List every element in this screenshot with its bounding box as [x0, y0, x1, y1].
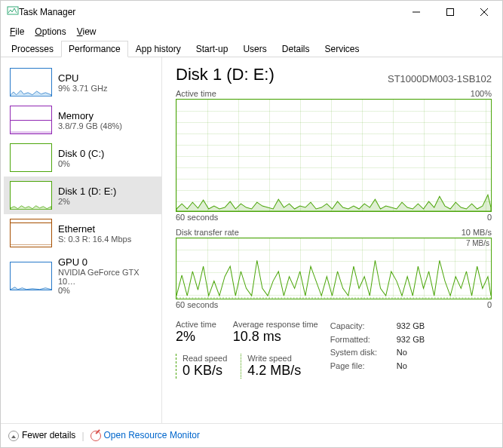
- sidebar-item-ethernet[interactable]: EthernetS: 0.3 R: 16.4 Mbps: [4, 214, 161, 252]
- menu-options[interactable]: Options: [30, 25, 70, 38]
- sidebar-item-label: GPU 0: [58, 256, 158, 268]
- ethernet-thumb-icon: [10, 219, 52, 247]
- menu-view[interactable]: View: [72, 25, 101, 38]
- stat-avg-response: Average response time 10.8 ms: [233, 320, 318, 345]
- sidebar-item-sub: S: 0.3 R: 16.4 Mbps: [58, 235, 131, 244]
- disk-thumb-icon: [10, 143, 52, 172]
- tab-details[interactable]: Details: [275, 41, 317, 57]
- sidebar-item-cpu[interactable]: CPU9% 3.71 GHz: [4, 63, 161, 101]
- sidebar-item-disk1[interactable]: Disk 1 (D: E:)2%: [4, 176, 161, 214]
- transfer-rate-chart: 7 MB/s: [176, 238, 492, 299]
- sidebar-item-label: Disk 0 (C:): [58, 148, 104, 159]
- open-resource-monitor-link[interactable]: Open Resource Monitor: [90, 430, 200, 441]
- sidebar-item-sub2: 0%: [58, 286, 158, 295]
- stat-active-time: Active time 2%: [176, 320, 216, 345]
- app-icon: [7, 5, 19, 20]
- sidebar-item-disk0[interactable]: Disk 0 (C:)0%: [4, 139, 161, 176]
- sidebar-item-sub: 0%: [58, 159, 104, 168]
- chart1-xleft: 60 seconds: [176, 213, 218, 222]
- tab-processes[interactable]: Processes: [4, 41, 61, 57]
- tab-performance[interactable]: Performance: [61, 41, 128, 57]
- sidebar-item-sub: 3.8/7.9 GB (48%): [58, 121, 122, 130]
- chart2-xleft: 60 seconds: [176, 300, 218, 309]
- svg-rect-1: [446, 9, 453, 16]
- memory-thumb-icon: [10, 106, 52, 134]
- disk-thumb-icon: [10, 181, 52, 210]
- sidebar-item-label: Ethernet: [58, 223, 131, 235]
- tab-startup[interactable]: Start-up: [189, 41, 236, 57]
- sidebar-item-label: Disk 1 (D: E:): [58, 186, 116, 197]
- maximize-button[interactable]: [433, 2, 467, 23]
- separator: |: [81, 431, 84, 441]
- tab-users[interactable]: Users: [235, 41, 274, 57]
- cpu-thumb-icon: [10, 68, 52, 97]
- chart1-label: Active time: [176, 89, 216, 98]
- footer: Fewer details | Open Resource Monitor: [1, 423, 502, 447]
- tab-services[interactable]: Services: [317, 41, 367, 57]
- close-button[interactable]: [467, 2, 501, 23]
- sidebar-item-sub: 2%: [58, 197, 116, 206]
- minimize-button[interactable]: [399, 2, 433, 23]
- stat-write-speed: Write speed 4.2 MB/s: [241, 354, 301, 379]
- resource-monitor-icon: [90, 431, 101, 441]
- disk-properties: Capacity:932 GB Formatted:932 GB System …: [330, 320, 425, 379]
- active-time-chart: [176, 99, 492, 212]
- sidebar-item-label: Memory: [58, 110, 122, 121]
- chart2-xright: 0: [487, 300, 492, 309]
- sidebar: CPU9% 3.71 GHz Memory3.8/7.9 GB (48%) Di…: [1, 57, 162, 423]
- sidebar-item-label: CPU: [58, 72, 107, 84]
- menu-file[interactable]: File: [5, 25, 29, 38]
- disk-model: ST1000DM003-1SB102: [388, 73, 492, 84]
- stat-read-speed: Read speed 0 KB/s: [176, 354, 227, 379]
- chart1-max: 100%: [471, 89, 492, 98]
- titlebar: Task Manager: [1, 1, 502, 23]
- chart1-xright: 0: [487, 213, 492, 222]
- tab-app-history[interactable]: App history: [128, 41, 189, 57]
- window-title: Task Manager: [19, 7, 399, 17]
- fewer-details-button[interactable]: Fewer details: [8, 430, 75, 441]
- sidebar-item-sub: NVIDIA GeForce GTX 10…: [58, 268, 158, 286]
- stats-panel: Active time 2% Average response time 10.…: [176, 320, 492, 379]
- chevron-up-icon: [8, 431, 19, 441]
- chart2-max: 10 MB/s: [462, 228, 492, 237]
- gpu-thumb-icon: [10, 262, 52, 290]
- tab-bar: Processes Performance App history Start-…: [1, 40, 502, 57]
- menubar: File Options View: [1, 23, 502, 40]
- page-title: Disk 1 (D: E:): [176, 65, 275, 84]
- main-panel: Disk 1 (D: E:) ST1000DM003-1SB102 Active…: [161, 57, 502, 423]
- chart2-label: Disk transfer rate: [176, 228, 239, 237]
- sidebar-item-sub: 9% 3.71 GHz: [58, 84, 107, 93]
- sidebar-item-memory[interactable]: Memory3.8/7.9 GB (48%): [4, 101, 161, 139]
- sidebar-item-gpu[interactable]: GPU 0NVIDIA GeForce GTX 10…0%: [4, 252, 161, 299]
